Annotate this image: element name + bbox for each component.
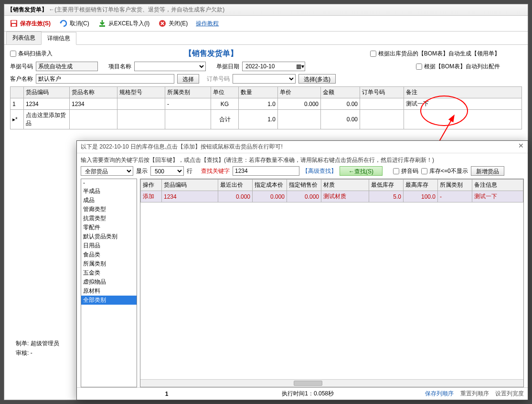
doc-no-field[interactable] (36, 62, 98, 71)
line-items-table: 货品编码 货品名称 规格型号 所属类别 单位 数量 单价 金额 订单号码 备注 … (10, 86, 522, 129)
category-item[interactable]: 所属类别 (81, 259, 137, 268)
table-row[interactable]: 1 1234 1234 - KG 1.0 0.000 0.00 测试一下 (11, 98, 522, 110)
window-title: 【销售发货单】 (7, 6, 47, 13)
search-button[interactable]: ←查找(S) (340, 166, 383, 176)
category-item[interactable]: 日用品 (81, 241, 137, 250)
barcode-scan-checkbox[interactable]: 条码扫描录入 (10, 50, 53, 58)
horizontal-scrollbar[interactable] (140, 379, 523, 387)
select-multi-button[interactable]: 选择(多选) (298, 74, 336, 84)
dialog-title: 以下是 2022-10-10 日的库存信息,点击【添加】按钮或鼠标双击货品所在行… (77, 141, 528, 153)
project-select[interactable] (134, 62, 206, 71)
date-label: 单据日期 (216, 63, 239, 71)
order-no-select[interactable] (233, 74, 296, 84)
bom-auto-checkbox[interactable]: 根据出库货品的【BOM表】自动生成【领用单】 (370, 50, 500, 58)
doc-no-label: 单据号码 (10, 63, 33, 71)
maker-label: 制单: (16, 340, 29, 347)
category-item[interactable]: 半成品 (81, 187, 137, 196)
hide-zero-checkbox[interactable]: 库存<=0不显示 (421, 167, 468, 175)
order-no-label: 订单号码 (207, 75, 230, 83)
stock-picker-dialog: 以下是 2022-10-10 日的库存信息,点击【添加】按钮或鼠标双击货品所在行… (76, 140, 528, 400)
doc-type-title: 【销售发货单】 (55, 49, 367, 59)
category-item[interactable]: 食品类 (81, 250, 137, 259)
tab-bar: 列表信息 详细信息 (4, 32, 528, 45)
tutorial-link[interactable]: 操作教程 (193, 18, 222, 29)
category-item[interactable]: 五金类 (81, 268, 137, 277)
category-item[interactable]: 零配件 (81, 223, 137, 232)
rows-label: 行 (187, 167, 192, 175)
stock-grid: 操作 货品编码 最近出价 指定成本价 指定销售价 材质 最低库存 最高库存 所属… (140, 179, 523, 202)
cancel-button[interactable]: 取消(C) (56, 17, 93, 30)
svg-rect-1 (11, 21, 16, 23)
close-icon (158, 19, 167, 28)
dialog-close-button[interactable]: ✕ (516, 142, 526, 150)
add-row-button[interactable]: 添加 (141, 191, 162, 202)
category-filter-select[interactable]: 全部货品 (81, 166, 133, 176)
customer-label: 客户名称 (10, 75, 33, 83)
audit-label: 审核: (16, 350, 29, 356)
category-item[interactable]: 虚拟物品 (81, 277, 137, 287)
table-add-row[interactable]: ▸* 点击这里添加货品 合计 1.0 0.00 (11, 110, 522, 129)
keyword-input[interactable] (233, 166, 299, 176)
table-header-row: 货品编码 货品名称 规格型号 所属类别 单位 数量 单价 金额 订单号码 备注 (11, 87, 522, 98)
category-item[interactable]: 管廊类型 (81, 205, 137, 214)
show-label: 显示 (136, 167, 148, 175)
grid-row[interactable]: 添加 1234 0.000 0.000 0.000 测试材质 5.0 100.0… (141, 191, 523, 202)
category-list[interactable]: -半成品成品管廊类型抗震类型零配件默认货品类别日用品食品类所属类别五金类虚拟物品… (81, 179, 137, 387)
select-customer-button[interactable]: 选择 (177, 74, 199, 84)
calendar-icon[interactable]: ▦▾ (296, 63, 304, 70)
project-label: 项目名称 (108, 63, 131, 71)
keyword-label: 查找关键字 (201, 167, 230, 175)
reset-col-order-link[interactable]: 重置列顺序 (460, 390, 489, 397)
save-icon (10, 19, 18, 28)
save-button[interactable]: 保存生效(S) (6, 17, 54, 30)
window-title-bar: 【销售发货单】 ←(主要用于根据销售订单给客户发货、退货等，并自动生成客户欠款) (4, 4, 528, 16)
page-indicator: 1 (138, 391, 195, 397)
svg-rect-2 (12, 24, 16, 26)
page-size-select[interactable]: 500 (150, 166, 184, 176)
main-toolbar: 保存生效(S) 取消(C) 从EXCEL导入(I) 关闭(E) 操作教程 (4, 16, 528, 32)
close-button[interactable]: 关闭(E) (155, 17, 191, 30)
import-button[interactable]: 从EXCEL导入(I) (95, 17, 153, 30)
grid-header-row: 操作 货品编码 最近出价 指定成本价 指定销售价 材质 最低库存 最高库存 所属… (141, 180, 523, 191)
tab-detail[interactable]: 详细信息 (41, 32, 76, 45)
category-item[interactable]: 全部类别 (81, 296, 137, 305)
save-col-order-link[interactable]: 保存列顺序 (425, 390, 454, 397)
svg-rect-3 (99, 25, 105, 27)
exec-time: 执行时间1：0.058秒 (195, 390, 420, 398)
tab-list[interactable]: 列表信息 (6, 32, 42, 44)
category-item[interactable]: 原材料 (81, 287, 137, 296)
import-icon (98, 19, 106, 28)
cancel-icon (59, 19, 68, 28)
dialog-status-bar: 1 执行时间1：0.058秒 保存列顺序 重置列顺序 设置列宽度 (77, 387, 528, 400)
bom-parts-checkbox[interactable]: 根据【BOM表】自动列出配件 (416, 63, 500, 71)
customer-field[interactable] (36, 74, 174, 84)
date-field[interactable] (244, 63, 296, 70)
set-col-width-link[interactable]: 设置列宽度 (495, 390, 524, 397)
category-item[interactable]: 抗震类型 (81, 214, 137, 223)
pinyin-checkbox[interactable]: 拼音码 (393, 167, 418, 175)
category-item[interactable]: - (81, 179, 137, 187)
advanced-search-link[interactable]: 【高级查找】 (302, 167, 337, 175)
maker-value: 超级管理员 (31, 340, 59, 347)
category-item[interactable]: 成品 (81, 196, 137, 205)
dialog-hint: 输入需要查询的关键字后按【回车键】，或点击【查找】(请注意：若库存数量不准确，请… (81, 156, 524, 164)
window-subtitle: ←(主要用于根据销售订单给客户发货、退货等，并自动生成客户欠款) (49, 6, 224, 13)
audit-value: - (31, 350, 32, 356)
add-product-button[interactable]: 新增货品 (471, 166, 504, 176)
category-item[interactable]: 默认货品类别 (81, 232, 137, 241)
